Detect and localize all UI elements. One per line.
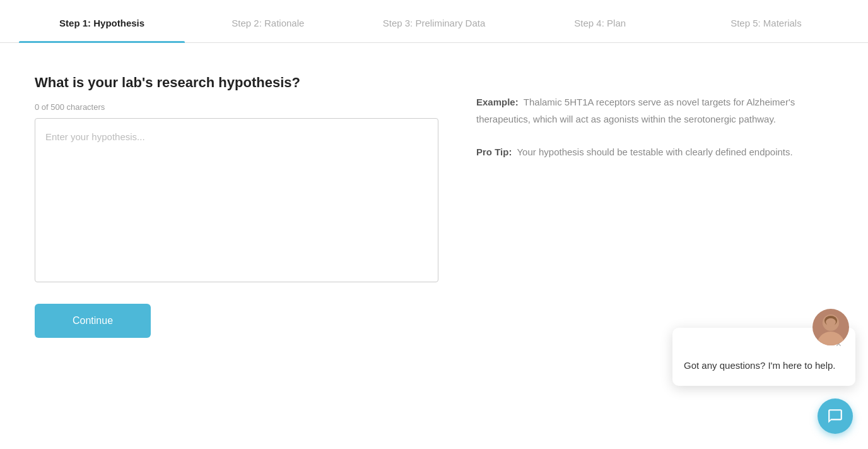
right-panel: Example: Thalamic 5HT1A receptors serve … [476,75,843,338]
chat-message: Got any questions? I'm here to help. [684,358,844,373]
main-content: What is your lab's research hypothesis? … [0,43,868,363]
step-tab-preliminary-data[interactable]: Step 3: Preliminary Data [351,0,517,42]
left-panel: What is your lab's research hypothesis? … [35,75,438,338]
example-label: Example: [476,97,519,107]
svg-point-4 [826,318,835,327]
char-count: 0 of 500 characters [35,102,438,112]
step-tab-materials[interactable]: Step 5: Materials [683,0,849,42]
step-tab-plan[interactable]: Step 4: Plan [517,0,683,42]
pro-tip-text: Pro Tip: Your hypothesis should be testa… [476,143,843,160]
chat-icon [827,408,843,424]
chat-popup: × Got any questions? I'm here to help. [672,328,855,386]
step-tab-rationale[interactable]: Step 2: Rationale [185,0,351,42]
chat-avatar [812,309,849,345]
hypothesis-textarea[interactable] [35,118,438,282]
example-content: Thalamic 5HT1A receptors serve as novel … [476,97,795,124]
continue-button[interactable]: Continue [35,304,151,338]
chat-fab-button[interactable] [818,398,853,434]
step-navigation: Step 1: Hypothesis Step 2: Rationale Ste… [0,0,868,43]
chat-popup-body: Got any questions? I'm here to help. [684,356,844,373]
question-title: What is your lab's research hypothesis? [35,75,438,91]
step-tab-hypothesis[interactable]: Step 1: Hypothesis [19,0,185,42]
pro-tip-content: Your hypothesis should be testable with … [517,147,792,157]
example-text: Example: Thalamic 5HT1A receptors serve … [476,93,843,128]
chat-popup-header: × [684,338,844,350]
avatar-image [812,309,849,345]
pro-tip-label: Pro Tip: [476,147,512,157]
